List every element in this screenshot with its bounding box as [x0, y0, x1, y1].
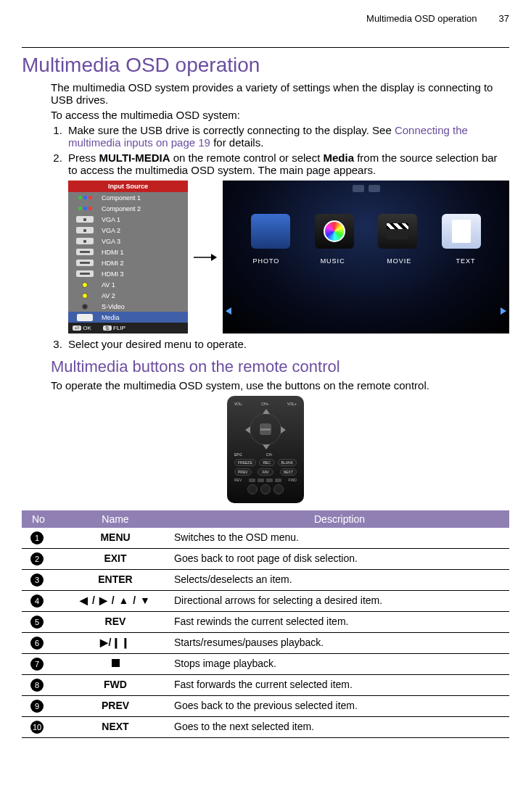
av-icon [72, 281, 98, 289]
media-cards [223, 192, 509, 253]
text-label: TEXT [432, 257, 499, 265]
nav-right-icon[interactable] [501, 307, 506, 315]
input-source-footer: ⏎ OK ⇅ FLIP [68, 323, 188, 334]
source-hdmi-3[interactable]: HDMI 3 [68, 268, 188, 279]
number-badge: 1 [30, 531, 44, 544]
cell-desc: Goes to the next selected item. [170, 717, 509, 738]
prev-button[interactable]: PREV [234, 468, 252, 476]
source-label: Component 1 [102, 194, 141, 202]
photo-card[interactable] [251, 214, 290, 249]
source-vga-3[interactable]: VGA 3 [68, 236, 188, 246]
source-label: HDMI 3 [102, 270, 124, 278]
freeze-button[interactable]: FREEZE [234, 459, 256, 466]
cell-no: 9 [22, 696, 61, 717]
dpad[interactable]: ENTER [245, 409, 286, 450]
arrow-right-icon [194, 252, 217, 263]
input-source-panel: Input Source Component 1 Component 2 VGA… [68, 181, 188, 334]
cell-no: 4 [22, 591, 61, 612]
source-label: HDMI 1 [102, 249, 124, 256]
section-heading: Multimedia OSD operation [22, 54, 509, 77]
source-av-1[interactable]: AV 1 [68, 279, 188, 290]
cell-no: 7 [22, 654, 61, 675]
intro-paragraph-2: To access the multimedia OSD system: [51, 109, 509, 121]
source-svideo[interactable]: S-Video [68, 301, 188, 312]
step-2: Press MULTI-MEDIA on the remote control … [65, 152, 509, 334]
remote-top-row: VOL- CH+ VOL+ [234, 402, 297, 406]
music-label: MUSIC [300, 257, 366, 265]
remote-row-2: PREV FAV NEXT [234, 468, 297, 476]
flip-hint: ⇅ FLIP [103, 325, 125, 331]
table-row: 2 EXIT Goes back to root page of disk se… [22, 549, 509, 570]
dpad-down-icon[interactable] [263, 444, 270, 450]
svideo-icon [72, 302, 98, 310]
circle-button[interactable] [273, 484, 284, 494]
stop-icon [112, 659, 120, 667]
cell-name: PREV [61, 696, 170, 717]
table-row: 10 NEXT Goes to the next selected item. [22, 717, 509, 738]
text-card[interactable] [442, 214, 481, 249]
source-vga-2[interactable]: VGA 2 [68, 225, 188, 236]
hdmi-icon [72, 270, 98, 278]
number-badge: 3 [30, 573, 44, 587]
media-nav-arrows [223, 307, 509, 315]
table-row: 4 ◀ / ▶ / ▲ / ▼ Directional arrows for s… [22, 591, 509, 612]
music-card[interactable] [315, 214, 354, 249]
page-icon [452, 220, 471, 243]
number-badge: 5 [30, 616, 44, 629]
cell-desc: Switches to the OSD menu. [170, 528, 509, 549]
source-hdmi-2[interactable]: HDMI 2 [68, 257, 188, 268]
intro-paragraph-1: The multimedia OSD system provides a var… [51, 81, 509, 106]
source-component-1[interactable]: Component 1 [68, 192, 188, 203]
number-badge: 8 [30, 679, 44, 692]
cell-name: ▶/❙❙ [61, 633, 170, 654]
number-badge: 2 [30, 552, 44, 566]
header-rule [22, 47, 509, 48]
vol-plus-label: VOL+ [287, 402, 297, 406]
vga-icon [72, 237, 98, 245]
number-badge: 9 [30, 700, 44, 713]
next-button[interactable]: NEXT [280, 468, 297, 476]
flip-label: FLIP [113, 325, 125, 331]
rev-label: REV [234, 478, 242, 482]
dpad-up-icon[interactable] [263, 409, 270, 414]
disc-icon [324, 220, 345, 242]
rec-button[interactable]: REC [259, 459, 275, 466]
steps-list: Make sure the USB drive is correctly con… [65, 124, 509, 350]
cell-name: REV [61, 612, 170, 633]
fwd-label: FWD [289, 478, 297, 482]
source-component-2[interactable]: Component 2 [68, 203, 188, 214]
nav-left-icon[interactable] [226, 307, 231, 315]
cell-desc: Fast forwards the current selected item. [170, 675, 509, 696]
running-title: Multimedia OSD operation [366, 13, 477, 24]
circle-button[interactable] [247, 484, 258, 494]
blank-button[interactable]: BLANK [278, 459, 297, 466]
source-label: HDMI 2 [102, 260, 124, 267]
vga-icon [72, 215, 98, 223]
movie-card[interactable] [378, 214, 417, 249]
source-av-2[interactable]: AV 2 [68, 290, 188, 301]
component-icon [72, 194, 98, 202]
source-vga-1[interactable]: VGA 1 [68, 214, 188, 225]
subsection-heading: Multimedia buttons on the remote control [51, 357, 509, 376]
cell-desc: Starts/resumes/pauses playback. [170, 633, 509, 654]
cell-name: ◀ / ▶ / ▲ / ▼ [61, 591, 170, 612]
media-top-icons [223, 181, 509, 192]
dpad-right-icon[interactable] [281, 426, 286, 434]
source-hdmi-1[interactable]: HDMI 1 [68, 246, 188, 257]
source-media[interactable]: Media [68, 312, 188, 323]
source-label: AV 1 [102, 281, 115, 289]
fav-button[interactable]: FAV [258, 468, 273, 476]
circle-button[interactable] [260, 484, 271, 494]
page-number: 37 [499, 13, 509, 24]
step-1: Make sure the USB drive is correctly con… [65, 124, 509, 149]
cell-desc: Selects/deselects an item. [170, 570, 509, 591]
remote-row-1: FREEZE REC BLANK [234, 459, 297, 466]
source-label: Component 2 [102, 205, 141, 212]
cell-name: NEXT [61, 717, 170, 738]
multi-media-label: MULTI-MEDIA [99, 152, 170, 164]
movie-label: MOVIE [366, 257, 433, 265]
enter-button[interactable]: ENTER [260, 423, 271, 435]
dpad-left-icon[interactable] [245, 426, 250, 434]
remote-row-3: REV FWD [234, 478, 297, 482]
cell-name: ENTER [61, 570, 170, 591]
